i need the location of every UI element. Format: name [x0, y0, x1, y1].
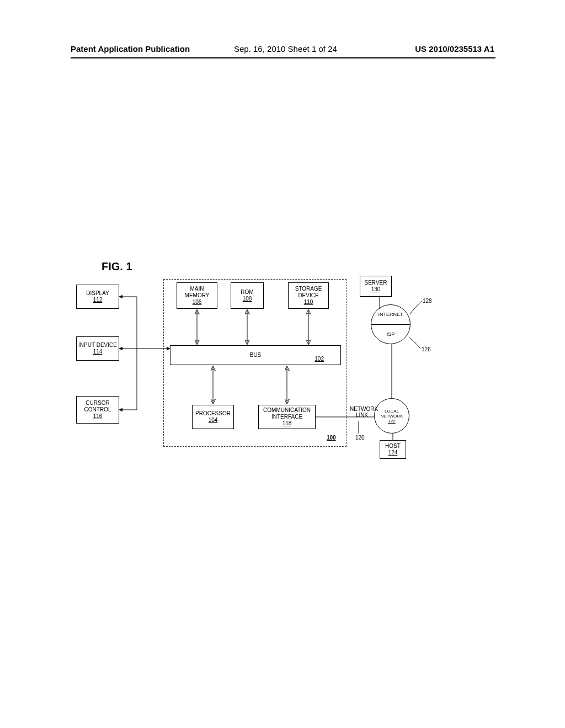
page-header: Patent Application Publication Sep. 16, …: [0, 43, 565, 58]
connector-overlay: [71, 276, 495, 469]
diagram-stage: DISPLAY 112 INPUT DEVICE 114 CURSOR CONT…: [71, 276, 495, 469]
figure-title: FIG. 1: [102, 260, 132, 273]
header-left: Patent Application Publication: [71, 44, 190, 53]
header-rule: [71, 57, 495, 58]
header-right: US 2010/0235513 A1: [415, 44, 494, 53]
header-mid: Sep. 16, 2010 Sheet 1 of 24: [234, 44, 337, 53]
page: Patent Application Publication Sep. 16, …: [0, 0, 565, 728]
